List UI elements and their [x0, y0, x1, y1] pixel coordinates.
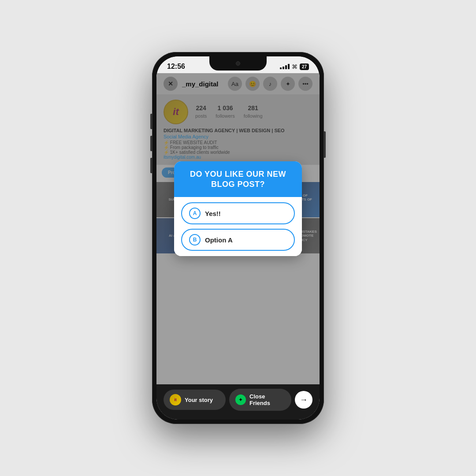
bio-link[interactable]: itsmydigital.com.au [164, 155, 312, 160]
close-friends-icon: ✦ [235, 394, 246, 405]
effects-tool-button[interactable]: ✦ [281, 77, 295, 91]
phone-shell: 12:56 ⌘ 27 ✕ _my_digital [152, 52, 324, 424]
following-label: following [244, 113, 263, 119]
front-camera [236, 61, 240, 66]
sticker-tool-button[interactable]: 😊 [245, 77, 260, 91]
poll-options: A Yes!! B Option A [174, 197, 302, 256]
more-tools-button[interactable]: ••• [298, 77, 312, 91]
posts-stat: 224 posts [195, 104, 207, 119]
poll-question-header: DO YOU LIKE OUR NEW BLOG POST? [174, 161, 302, 197]
option-a-text: Yes!! [205, 210, 221, 217]
bio-bullet-1: ⚡ FREE WEBSITE AUDIT [164, 140, 312, 145]
content-area: ✕ _my_digital Aa 😊 ♪ ✦ ••• it [156, 73, 320, 384]
option-b-text: Option A [205, 236, 233, 244]
followers-stat: 1 036 followers [216, 104, 234, 119]
option-a-letter: A [189, 208, 201, 219]
option-b-letter: B [189, 234, 201, 245]
profile-stats-row: it 224 posts 1 036 followers [164, 100, 312, 124]
your-story-avatar: it [170, 394, 181, 405]
wifi-icon: ⌘ [292, 63, 298, 70]
close-friends-button[interactable]: ✦ Close Friends [229, 389, 291, 411]
poll-option-b[interactable]: B Option A [181, 229, 295, 251]
signal-icon [280, 64, 290, 69]
posts-count: 224 [195, 104, 207, 112]
next-arrow: → [300, 395, 308, 405]
poll-question-text: DO YOU LIKE OUR NEW BLOG POST? [190, 170, 286, 189]
avatar: it [164, 100, 188, 124]
music-tool-button[interactable]: ♪ [263, 77, 277, 91]
following-count: 281 [244, 104, 263, 112]
bio-bullet-2: ⚡ From packaging to traffic [164, 145, 312, 150]
followers-label: followers [216, 113, 234, 119]
poll-widget[interactable]: DO YOU LIKE OUR NEW BLOG POST? A Yes!! B… [174, 161, 302, 256]
poll-option-a[interactable]: A Yes!! [181, 202, 295, 224]
avatar-text: it [173, 106, 178, 118]
next-button[interactable]: → [295, 391, 312, 409]
phone-inner: 12:56 ⌘ 27 ✕ _my_digital [156, 56, 320, 420]
followers-count: 1 036 [216, 104, 234, 112]
notch [209, 56, 267, 71]
screen: 12:56 ⌘ 27 ✕ _my_digital [156, 56, 320, 420]
profile-preview: it 224 posts 1 036 followers [156, 94, 320, 165]
close-friends-label: Close Friends [249, 393, 285, 406]
text-tool-button[interactable]: Aa [228, 77, 242, 91]
bottom-bar: it Your story ✦ Close Friends → [156, 384, 320, 420]
your-story-label: Your story [185, 397, 213, 403]
status-icons: ⌘ 27 [280, 63, 309, 70]
bio-category: Social Media Agency [164, 134, 312, 139]
battery-indicator: 27 [300, 63, 309, 70]
bio-bullet-3: ⚡ 1K+ satisfied clients worldwide [164, 150, 312, 155]
story-editor-header: ✕ _my_digital Aa 😊 ♪ ✦ ••• [156, 73, 320, 94]
stats-row: 224 posts 1 036 followers 281 following [195, 104, 263, 119]
story-username: _my_digital [182, 80, 223, 88]
your-story-button[interactable]: it Your story [164, 390, 226, 410]
posts-label: posts [195, 113, 207, 119]
bio-line: DIGITAL MARKETING AGENCY | WEB DESIGN | … [164, 128, 312, 133]
close-button[interactable]: ✕ [164, 77, 178, 91]
status-time: 12:56 [167, 63, 185, 71]
story-tools: Aa 😊 ♪ ✦ ••• [228, 77, 312, 91]
following-stat: 281 following [244, 104, 263, 119]
